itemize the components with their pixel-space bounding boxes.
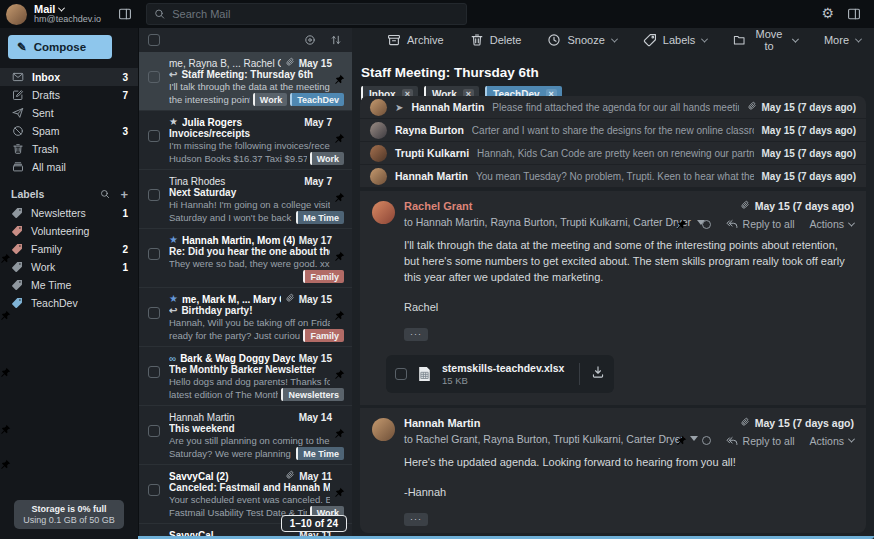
sent-icon xyxy=(11,107,24,119)
item-checkbox[interactable] xyxy=(148,71,160,83)
list-item[interactable]: Hannah MartinMay 14 This weekend Are you… xyxy=(139,406,352,465)
reply-to-all-button[interactable]: Reply to all xyxy=(726,435,795,447)
sidebar-item-me-time[interactable]: Me Time xyxy=(0,276,138,294)
download-icon[interactable] xyxy=(591,365,605,383)
move-to-button[interactable]: Move to xyxy=(720,28,811,52)
list-item[interactable]: Tina RhodesMay 7 Next Saturday Hi Hannah… xyxy=(139,170,352,229)
labels-header: Labels + xyxy=(0,185,138,203)
read-status-icon[interactable] xyxy=(702,436,711,445)
sidebar-item-spam[interactable]: Spam3 xyxy=(0,122,138,140)
trash-icon xyxy=(11,143,24,155)
more-button[interactable]: More xyxy=(811,28,874,52)
sidebar-item-work[interactable]: Work1 xyxy=(0,258,138,276)
pin-icon[interactable] xyxy=(334,74,345,85)
tag-icon xyxy=(11,207,23,219)
avatar xyxy=(370,122,387,139)
label-search-icon[interactable] xyxy=(100,189,110,199)
pin-icon[interactable] xyxy=(676,219,687,230)
message-body: I'll talk through the data at the meetin… xyxy=(404,238,854,316)
item-checkbox[interactable] xyxy=(148,130,160,142)
sidebar-item-all-mail[interactable]: All mail xyxy=(0,158,138,176)
sidebar-item-inbox[interactable]: Inbox3 xyxy=(0,68,138,86)
unread-count: 3 xyxy=(122,72,128,83)
sidebar-toggle-icon[interactable] xyxy=(117,6,133,22)
compose-button[interactable]: ✎Compose xyxy=(8,35,112,59)
chevron-down-icon xyxy=(848,219,855,226)
list-item[interactable]: ★Julia RogersMay 7 Invoices/receipts I'm… xyxy=(139,111,352,170)
pin-icon[interactable] xyxy=(334,369,345,380)
add-label-icon[interactable]: + xyxy=(120,187,128,202)
label-chip: Me Time xyxy=(296,447,344,460)
read-status-icon[interactable] xyxy=(702,220,711,229)
star-icon[interactable]: ★ xyxy=(169,235,178,245)
reading-pane-layout-icon[interactable] xyxy=(846,6,862,22)
sidebar-item-teachdev[interactable]: TeachDev xyxy=(0,294,138,312)
account-switcher[interactable]: Mail hm@teachdev.io xyxy=(34,4,101,25)
sidebar-item-family[interactable]: Family2 xyxy=(0,240,138,258)
settings-gear-icon[interactable]: ⚙ xyxy=(821,5,834,21)
search-input[interactable] xyxy=(172,8,459,20)
spam-count: 3 xyxy=(122,126,128,137)
list-item[interactable]: ★Hannah Martin, Mom (4)May 17 Re: Did yo… xyxy=(139,229,352,288)
top-bar: Mail hm@teachdev.io ⚙ xyxy=(0,0,874,28)
pin-icon[interactable] xyxy=(334,428,345,439)
account-avatar[interactable] xyxy=(6,4,27,25)
label-chip: Me Time xyxy=(296,211,344,224)
sidebar-item-sent[interactable]: Sent xyxy=(0,104,138,122)
label-chip: Family xyxy=(303,329,344,342)
pin-icon xyxy=(0,424,11,435)
filter-icon[interactable] xyxy=(304,34,316,46)
pin-icon[interactable] xyxy=(334,192,345,203)
sidebar-item-trash[interactable]: Trash xyxy=(0,140,138,158)
pin-icon[interactable] xyxy=(334,310,345,321)
recipients-row[interactable]: to Hannah Martin, Rayna Burton, Trupti K… xyxy=(404,216,705,228)
item-checkbox[interactable] xyxy=(148,248,160,260)
sidebar-item-drafts[interactable]: Drafts7 xyxy=(0,86,138,104)
tag-icon xyxy=(11,225,23,237)
item-checkbox[interactable] xyxy=(148,484,160,496)
list-item[interactable]: me, Rayna B, ... Rachel G (6)May 15 ↩Sta… xyxy=(139,52,352,111)
attachment-chip[interactable]: stemskills-teachdev.xlsx 15 KB xyxy=(386,355,614,393)
reply-all-icon xyxy=(726,218,738,230)
select-all-checkbox[interactable] xyxy=(148,34,160,46)
item-checkbox[interactable] xyxy=(148,425,160,437)
list-header xyxy=(139,28,352,52)
sidebar-item-volunteering[interactable]: Volunteering xyxy=(0,222,138,240)
pin-icon xyxy=(0,459,11,470)
pin-icon[interactable] xyxy=(334,487,345,498)
collapsed-message[interactable]: ➤ Hannah Martin Please find attached the… xyxy=(360,96,866,119)
star-icon[interactable]: ★ xyxy=(169,117,178,127)
item-checkbox[interactable] xyxy=(148,307,160,319)
delete-button[interactable]: Delete xyxy=(457,28,535,52)
item-checkbox[interactable] xyxy=(148,366,160,378)
attachment-checkbox[interactable] xyxy=(395,368,407,380)
expanded-message: Rachel Grant to Hannah Martin, Rayna Bur… xyxy=(360,188,866,405)
snooze-button[interactable]: Snooze xyxy=(534,28,629,52)
quoted-text-toggle[interactable]: ··· xyxy=(404,513,428,526)
star-icon[interactable]: ★ xyxy=(169,294,178,304)
search-bar[interactable] xyxy=(146,3,467,25)
pin-icon xyxy=(0,367,11,378)
actions-button[interactable]: Actions xyxy=(810,435,854,447)
archive-button[interactable]: Archive xyxy=(374,28,457,52)
collapsed-message[interactable]: Trupti Kulkarni Hannah, Kids Can Code ar… xyxy=(360,142,866,165)
quoted-text-toggle[interactable]: ··· xyxy=(404,328,428,341)
pin-icon[interactable] xyxy=(334,251,345,262)
storage-indicator: Storage is 0% full Using 0.1 GB of 50 GB xyxy=(14,500,124,529)
reply-to-all-button[interactable]: Reply to all xyxy=(726,218,795,230)
list-item[interactable]: ∞Bark & Wag Doggy DaycareMay 15 The Mont… xyxy=(139,347,352,406)
list-item[interactable]: ★me, Mark M, ... Mary G (8)May 15 ↩Birth… xyxy=(139,288,352,347)
labels-button[interactable]: Labels xyxy=(630,28,720,52)
chevron-down-icon xyxy=(848,436,855,443)
sidebar-item-newsletters[interactable]: Newsletters1 xyxy=(0,204,138,222)
actions-button[interactable]: Actions xyxy=(810,218,854,230)
item-checkbox[interactable] xyxy=(148,189,160,201)
folder-nav: Inbox3 Drafts7 Sent Spam3 Trash All mail xyxy=(0,68,138,176)
sort-icon[interactable] xyxy=(330,34,342,46)
collapsed-message[interactable]: Rayna Burton Carter and I want to share … xyxy=(360,119,866,142)
avatar xyxy=(372,201,395,224)
collapsed-message[interactable]: Hannah Martin You mean Tuesday? No probl… xyxy=(360,165,866,188)
pin-icon[interactable] xyxy=(334,133,345,144)
recipients-row[interactable]: to Rachel Grant, Rayna Burton, Trupti Ku… xyxy=(404,433,698,445)
pin-icon[interactable] xyxy=(676,435,687,446)
